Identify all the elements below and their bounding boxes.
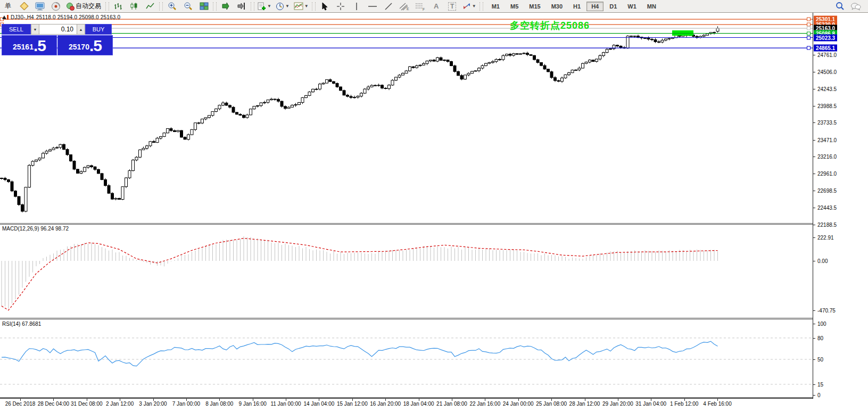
rsi-label: RSI(14) 67.8681 xyxy=(2,321,41,327)
price-axis-tick-label: 24243.5 xyxy=(817,86,837,92)
rsi-axis-tick xyxy=(813,384,815,385)
sell-price-main: 25161 xyxy=(13,40,34,54)
cursor-tool-button[interactable] xyxy=(317,1,332,12)
zoom-in-button[interactable] xyxy=(164,1,179,12)
text-label-tool-button[interactable]: T xyxy=(445,1,460,12)
trendline-tool-button[interactable] xyxy=(381,1,396,12)
zoom-out-button[interactable] xyxy=(180,1,195,12)
volume-input[interactable]: 0.10 xyxy=(39,24,77,35)
tile-windows-button[interactable] xyxy=(196,1,211,12)
market-watch-icon[interactable] xyxy=(16,1,31,12)
price-axis-tick xyxy=(813,55,815,55)
price-axis-tick-label: 23471.0 xyxy=(817,137,837,143)
autotrading-icon xyxy=(66,2,75,11)
price-axis-tick xyxy=(813,208,815,208)
vertical-line-tool-button[interactable] xyxy=(349,1,364,12)
horizontal-line-tool-button[interactable] xyxy=(365,1,380,12)
cursor-icon xyxy=(321,2,328,11)
time-axis-label: 25 Jan 08:00 xyxy=(536,401,567,407)
fibonacci-tool-button[interactable]: F xyxy=(413,1,428,12)
time-axis-label: 26 Dec 2018 xyxy=(5,401,36,407)
level-line-right-marker[interactable] xyxy=(807,46,811,50)
toolbar-grip xyxy=(159,2,163,11)
toolbar-grip xyxy=(213,2,217,11)
timeframe-H1[interactable]: H1 xyxy=(568,2,585,11)
dropdown-caret: ▼ xyxy=(304,4,309,9)
macd-axis-tick xyxy=(813,261,815,261)
svg-text:E: E xyxy=(407,7,409,11)
timeframe-W1[interactable]: W1 xyxy=(623,2,641,11)
gold-diamond-icon xyxy=(20,2,29,11)
chart-ohlc-values: 25118.0 25194.0 25098.0 25163.0 xyxy=(36,14,120,20)
time-axis-label: 22 Jan 16:00 xyxy=(469,401,500,407)
level-line-right-marker[interactable] xyxy=(807,23,811,27)
time-axis-label: 18 Jan 04:00 xyxy=(403,401,434,407)
chart-shift-button[interactable] xyxy=(234,1,249,12)
radar-icon xyxy=(51,2,61,11)
time-axis-label: 24 Jan 00:00 xyxy=(503,401,534,407)
time-axis-label: 8 Jan 08:00 xyxy=(205,401,233,407)
time-axis-label: 3 Jan 20:00 xyxy=(139,401,167,407)
autotrading-label: 自动交易 xyxy=(75,2,102,11)
volume-decrease-stepper[interactable]: ▼ xyxy=(31,24,39,35)
tile-windows-icon xyxy=(200,2,209,10)
chart-title: DJ30-,H4 25118.0 25194.0 25098.0 25163.0 xyxy=(2,14,120,20)
rsi-axis-tick-label: 50 xyxy=(817,357,823,363)
timeframe-H4[interactable]: H4 xyxy=(586,2,604,11)
rsi-axis-tick-label: 0 xyxy=(817,392,821,398)
buy-price-display[interactable]: 25170.5 xyxy=(57,35,113,55)
toolbar-grip xyxy=(251,2,254,11)
crosshair-tool-button[interactable] xyxy=(333,1,348,12)
templates-menu-button[interactable]: ▼ xyxy=(292,1,310,12)
volume-increase-stepper[interactable]: ▲ xyxy=(77,24,85,35)
bar-chart-button[interactable] xyxy=(111,1,126,12)
auto-scroll-button[interactable] xyxy=(218,1,233,12)
macd-axis-tick xyxy=(813,310,815,311)
chart-plot-area[interactable] xyxy=(0,13,813,399)
level-line-right-marker[interactable] xyxy=(807,18,811,21)
sell-price-display[interactable]: 25161.5 xyxy=(2,35,57,55)
chart-symbol-icon xyxy=(2,15,9,20)
terminal-icon[interactable] xyxy=(32,1,47,12)
arrows-tool-button[interactable]: ▼ xyxy=(461,1,478,12)
sell-button[interactable]: SELL xyxy=(2,24,31,35)
price-axis-tick xyxy=(813,72,815,72)
timeframe-M30[interactable]: M30 xyxy=(547,2,567,11)
rsi-axis-tick xyxy=(813,338,815,339)
dropdown-caret: ▼ xyxy=(285,4,290,9)
level-line-right-marker[interactable] xyxy=(807,36,811,39)
time-axis-label: 14 Jan 04:00 xyxy=(303,401,334,407)
line-chart-button[interactable] xyxy=(143,1,158,12)
macd-axis-tick-label: 222.91 xyxy=(817,235,834,241)
time-axis-label: 16 Jan 20:00 xyxy=(370,401,401,407)
chat-button[interactable] xyxy=(848,1,863,12)
clock-icon xyxy=(276,2,284,11)
fibonacci-icon: F xyxy=(415,2,426,11)
rsi-axis-tick xyxy=(813,359,815,360)
new-order-button[interactable]: 单 xyxy=(1,1,15,12)
chart-symbol-period: DJ30-,H4 xyxy=(11,14,34,20)
rsi-axis-tick-label: 100 xyxy=(817,321,826,327)
timeframe-M15[interactable]: M15 xyxy=(524,2,545,11)
buy-button[interactable]: BUY xyxy=(85,24,112,35)
timeframe-M1[interactable]: M1 xyxy=(487,2,505,11)
timeframe-MN[interactable]: MN xyxy=(642,2,661,11)
periods-menu-button[interactable]: ▼ xyxy=(274,1,291,12)
level-line-right-marker[interactable] xyxy=(807,27,811,30)
search-symbol-button[interactable] xyxy=(832,1,847,12)
line-chart-icon xyxy=(146,2,154,10)
signals-icon[interactable] xyxy=(48,1,63,12)
time-axis-label: 31 Dec 08:00 xyxy=(71,401,103,407)
timeframe-M5[interactable]: M5 xyxy=(506,2,523,11)
level-line-right-marker[interactable] xyxy=(807,31,811,35)
candlestick-chart-button[interactable] xyxy=(127,1,142,12)
equidistant-channel-tool-button[interactable]: E xyxy=(397,1,412,12)
price-axis-tick xyxy=(813,225,815,225)
time-axis-label: 31 Jan 04:00 xyxy=(635,401,666,407)
autotrading-button[interactable]: 自动交易 xyxy=(64,1,104,12)
timeframe-D1[interactable]: D1 xyxy=(605,2,622,11)
zoom-in-icon xyxy=(168,2,177,11)
bar-chart-icon xyxy=(114,2,122,10)
text-tool-button[interactable]: A xyxy=(429,1,444,12)
new-order-menu-button[interactable]: ▼ xyxy=(256,1,273,12)
